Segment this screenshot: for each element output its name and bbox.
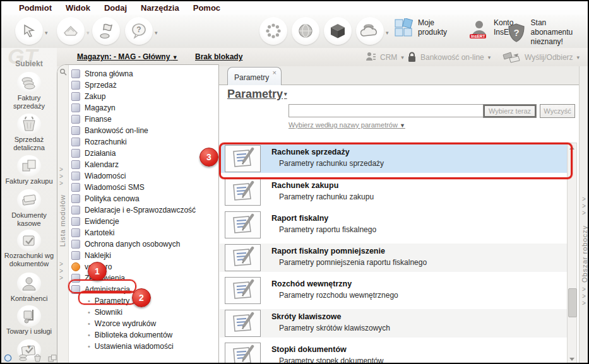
tree-item-kartoteki[interactable]: Kartoteki xyxy=(69,227,217,238)
module-sprzedaz-detaliczna[interactable]: Sprzedaż detaliczna xyxy=(1,114,57,152)
module-dokumenty-kasowe[interactable]: Dokumenty kasowe xyxy=(1,189,57,228)
sync-button[interactable] xyxy=(259,17,287,45)
param-row-skroty-klawiszowe[interactable]: Skróty klawiszowe Parametry skrótów klaw… xyxy=(220,309,567,338)
filter-by-name-link[interactable]: Wybierz według nazwy parametrów ▼ xyxy=(289,121,405,129)
row-subtitle: Parametry pomniejszenia raportu fiskalne… xyxy=(279,258,427,267)
tree-item-label: Wiadomości SMS xyxy=(85,183,145,192)
module-rozrachunki-wg-dokumentow[interactable]: Rozrachunki wg dokumentów xyxy=(1,230,57,268)
tree-item-wiadomosci[interactable]: Wiadomości xyxy=(69,170,217,182)
reply-button[interactable] xyxy=(57,17,85,45)
tree-item-bankowosc-on-line[interactable]: Bankowość on-line xyxy=(69,125,217,136)
reply-caret-icon[interactable]: ▾ xyxy=(86,30,90,36)
tree-item-zakup[interactable]: Zakup xyxy=(69,91,217,102)
online-button[interactable] xyxy=(292,17,319,45)
menu-widok[interactable]: Widok xyxy=(66,3,90,13)
tab-parametry[interactable]: Parametry × xyxy=(227,67,282,85)
row-icon-box xyxy=(225,343,261,364)
chevron-icon: > xyxy=(59,180,63,187)
param-row-raport-fiskalny[interactable]: Raport fiskalny Parametry raportu fiskal… xyxy=(220,211,567,239)
clear-button[interactable]: Wyczyść xyxy=(540,104,575,118)
modules-overflow-button[interactable]: ▼ xyxy=(1,344,57,350)
module-faktury-zakupu[interactable]: Faktury zakupu xyxy=(1,155,57,185)
module-faktury-sprzedazy[interactable]: Faktury sprzedaży xyxy=(1,72,57,110)
param-row-stopki-dokumentow[interactable]: Stopki dokumentów Parametry stopek dokum… xyxy=(220,342,567,364)
tree-item-sprzedaz[interactable]: Sprzedaż xyxy=(69,79,217,91)
menu-narzedzia[interactable]: Narzędzia xyxy=(141,3,179,13)
application-window: Podmiot Widok Dodaj Narzędzia Pomoc ▾ ▾ … xyxy=(0,0,589,364)
menu-pomoc[interactable]: Pomoc xyxy=(193,3,220,13)
coins-mini-icon[interactable] xyxy=(18,354,28,362)
param-row-rozchod-wewnetrzny[interactable]: Rozchód wewnętrzny Parametry rozchodu we… xyxy=(220,276,567,305)
select-tool-caret-icon[interactable]: ▾ xyxy=(45,30,48,36)
lock-status-link[interactable]: Brak blokady xyxy=(195,52,242,61)
row-icon-box xyxy=(225,211,261,238)
settlements-check-icon xyxy=(20,233,38,248)
select-tool-button[interactable] xyxy=(15,17,43,45)
close-tab-icon[interactable]: × xyxy=(273,69,277,76)
tree-item-ewidencje[interactable]: Ewidencje xyxy=(69,216,217,227)
banking-button[interactable]: Bankowość on-line ▾ xyxy=(407,52,491,62)
selected-module-icon[interactable] xyxy=(4,354,13,362)
tree-subitem-ustawienia-wiadomosci[interactable]: •Ustawienia wiadomości xyxy=(69,341,217,352)
flag-button[interactable] xyxy=(92,17,120,45)
tree-item-kalendarz[interactable]: Kalendarz xyxy=(69,159,217,170)
document-pen-icon xyxy=(229,344,257,364)
tree-item-wiadomosci-sms[interactable]: Wiadomości SMS xyxy=(69,182,217,193)
settlements-icon xyxy=(71,138,80,146)
tree-item-deklaracje[interactable]: Deklaracje i e-Sprawozdawczość xyxy=(69,204,217,216)
row-icon-box xyxy=(225,277,261,304)
tree-item-label: Ochrona danych osobowych xyxy=(85,240,180,249)
workspace-strip[interactable]: > > > Obszar roboczy > > > xyxy=(579,66,589,364)
my-products-button[interactable]: Moje produkty xyxy=(394,18,447,37)
tree-item-label: Rozrachunki xyxy=(85,138,127,146)
tree-item-rozrachunki[interactable]: Rozrachunki xyxy=(69,136,217,148)
tree-item-naklejki[interactable]: Naklejki xyxy=(69,250,217,261)
package-button[interactable] xyxy=(324,17,352,45)
page-title-menu[interactable]: Parametry▾ xyxy=(227,88,287,101)
select-now-button[interactable]: Wybierz teraz xyxy=(483,104,537,118)
tree-subitem-biblioteka-dokumentow[interactable]: •Biblioteka dokumentów xyxy=(69,329,217,341)
module-towary-i-uslugi[interactable]: Towary i usługi xyxy=(1,305,57,336)
tree-item-polityka-cenowa[interactable]: Polityka cenowa xyxy=(69,193,217,204)
scroll-thumb[interactable] xyxy=(568,288,577,317)
declarations-icon xyxy=(71,206,80,214)
document-pen-icon xyxy=(229,213,257,237)
help-button[interactable]: ? xyxy=(125,17,153,45)
tree-item-dzialania[interactable]: Działania xyxy=(69,148,217,159)
param-row-rachunek-zakupu[interactable]: Rachunek zakupu Parametry rachunku zakup… xyxy=(220,178,567,206)
module-kontrahenci[interactable]: Kontrahenci xyxy=(1,273,57,303)
sms-icon xyxy=(71,183,80,192)
scroll-down-button[interactable] xyxy=(568,355,576,363)
row-subtitle: Parametry raportu fiskalnego xyxy=(279,225,376,234)
menu-podmiot[interactable]: Podmiot xyxy=(19,3,52,13)
modules-list-strip[interactable]: > > > Lista modułów > > > xyxy=(57,65,69,364)
cloud-caret-icon[interactable]: ▾ xyxy=(386,30,389,36)
subscription-status-button[interactable]: ? Stan abonamentu nieznany! xyxy=(506,18,588,47)
tree-subitem-slowniki[interactable]: •Słowniki xyxy=(69,307,217,318)
param-row-raport-fiskalny-pomniejszenie[interactable]: Raport fiskalny pomniejszenie Parametry … xyxy=(220,244,567,272)
cloud-data-button[interactable] xyxy=(356,17,384,45)
magazyn-selector[interactable]: Magazyn: - MAG - Główny ▼ xyxy=(77,52,178,61)
parameter-search-input[interactable] xyxy=(289,104,484,117)
tree-item-ochrona-danych[interactable]: Ochrona danych osobowych xyxy=(69,238,217,250)
menu-dodaj[interactable]: Dodaj xyxy=(104,3,127,13)
row-title: Skróty klawiszowe xyxy=(271,312,341,321)
tree-item-magazyn[interactable]: Magazyn xyxy=(69,102,217,114)
navigation-tree: Strona główna Sprzedaż Zakup Magazyn Fin… xyxy=(69,68,217,352)
cursor-arrow-icon xyxy=(21,23,37,38)
box-mini-icon[interactable] xyxy=(47,354,57,362)
annotation-step-1: 1 xyxy=(88,262,107,281)
bullet-icon: • xyxy=(88,331,90,339)
pin-icon[interactable] xyxy=(59,68,67,76)
help-caret-icon[interactable]: ▾ xyxy=(155,30,158,36)
chevron-icon: > xyxy=(582,293,586,300)
module-label: Towary i usługi xyxy=(1,327,57,336)
bullet-icon: • xyxy=(88,308,90,316)
send-receive-button[interactable]: Wyślij/Odbierz ▾ xyxy=(502,51,580,64)
tree-item-finanse[interactable]: Finanse xyxy=(69,114,217,125)
crm-button[interactable]: CRM ▾ xyxy=(365,52,404,63)
tree-subitem-wzorce-wydrukow[interactable]: •Wzorce wydruków xyxy=(69,318,217,329)
tree-item-strona-glowna[interactable]: Strona główna xyxy=(69,68,217,79)
card-files-icon xyxy=(71,228,80,237)
basket-mini-icon[interactable] xyxy=(33,354,42,362)
